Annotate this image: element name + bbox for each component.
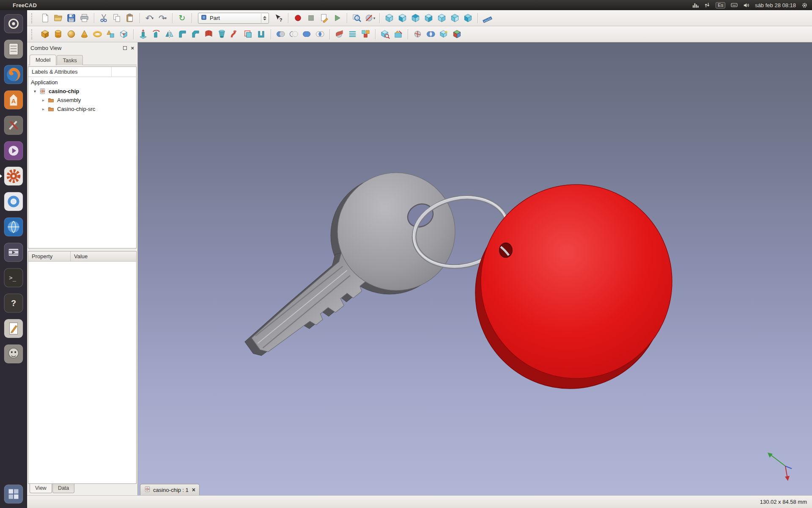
part-color-per-face-button[interactable]	[451, 28, 463, 40]
view-top-button[interactable]	[409, 12, 422, 24]
part-sphere-button[interactable]	[65, 28, 77, 40]
macro-execute-button[interactable]	[331, 12, 343, 24]
paste-button[interactable]	[124, 12, 136, 24]
panel-float-button[interactable]	[123, 46, 127, 50]
toolbar-drag-handle[interactable]	[31, 29, 34, 39]
part-primitives-button[interactable]	[104, 28, 117, 40]
property-column-header[interactable]: Property	[28, 251, 71, 261]
copy-button[interactable]	[111, 12, 123, 24]
part-fillet-button[interactable]	[176, 28, 189, 40]
whats-this-button[interactable]: ?	[272, 12, 285, 24]
macro-stop-button[interactable]	[305, 12, 317, 24]
tab-view[interactable]: View	[30, 484, 52, 493]
part-common-button[interactable]	[314, 28, 326, 40]
dropdown-arrow-icon[interactable]: ▾	[152, 16, 154, 20]
part-union-button[interactable]	[301, 28, 313, 40]
part-cross-sections-button[interactable]	[346, 28, 359, 40]
part-loft-button[interactable]	[216, 28, 228, 40]
expander-closed-icon[interactable]: ▸	[42, 98, 48, 102]
viewport-canvas[interactable]	[138, 42, 812, 495]
launcher-item-chromium[interactable]	[2, 190, 25, 213]
view-rear-button[interactable]	[436, 12, 448, 24]
part-thickness-button[interactable]	[255, 28, 267, 40]
indicator-session-menu[interactable]	[801, 2, 808, 8]
3d-viewport[interactable]: casino-chip : 1 ×	[138, 42, 812, 495]
document-tab-close-icon[interactable]: ×	[192, 486, 195, 493]
view-fit-all-button[interactable]	[351, 12, 363, 24]
view-left-button[interactable]	[462, 12, 474, 24]
launcher-item-firefox[interactable]	[2, 63, 25, 86]
indicator-system-monitor[interactable]	[692, 2, 699, 8]
part-chamfer-button[interactable]	[189, 28, 202, 40]
indicator-network-sync[interactable]	[704, 2, 710, 8]
dropdown-arrow-icon[interactable]: ▾	[373, 16, 376, 20]
refresh-button[interactable]: ↻	[176, 12, 188, 24]
part-slice-button[interactable]	[411, 28, 424, 40]
part-mirror-button[interactable]	[163, 28, 176, 40]
part-check-geometry-button[interactable]	[379, 28, 391, 40]
document-tab[interactable]: casino-chip : 1 ×	[140, 484, 200, 495]
launcher-item-system-tools[interactable]	[2, 114, 25, 137]
part-defeaturing-button[interactable]	[392, 28, 404, 40]
panel-close-button[interactable]: ×	[131, 45, 134, 51]
combo-spin-arrows-icon[interactable]	[261, 14, 268, 23]
launcher-item-help[interactable]: ?	[2, 292, 25, 315]
launcher-item-dash-home[interactable]	[2, 12, 25, 35]
part-extrude-button[interactable]	[137, 28, 149, 40]
indicator-keyboard-layout[interactable]: Es	[716, 2, 725, 8]
part-cone-button[interactable]	[78, 28, 91, 40]
part-shape-builder-button[interactable]	[118, 28, 130, 40]
launcher-item-media-player[interactable]	[2, 139, 25, 162]
launcher-item-text-editor[interactable]	[2, 317, 25, 340]
part-ruled-surface-button[interactable]	[203, 28, 215, 40]
redo-button[interactable]: ↷▾	[156, 12, 169, 24]
view-axonometric-button[interactable]	[383, 12, 395, 24]
tree-item-casino-chip-src[interactable]: ▸ Casino-chip-src	[28, 105, 136, 113]
part-torus-button[interactable]	[91, 28, 104, 40]
open-document-button[interactable]	[52, 12, 64, 24]
new-document-button[interactable]	[39, 12, 51, 24]
part-cylinder-button[interactable]	[52, 28, 64, 40]
cut-button[interactable]	[98, 12, 110, 24]
tab-model[interactable]: Model	[30, 55, 56, 65]
tab-data[interactable]: Data	[52, 484, 74, 493]
expander-open-icon[interactable]: ▾	[34, 89, 39, 94]
draw-style-button[interactable]: ▾	[364, 12, 376, 24]
part-compound-button[interactable]	[359, 28, 372, 40]
part-offset-button[interactable]	[242, 28, 254, 40]
view-front-button[interactable]	[396, 12, 409, 24]
launcher-item-video-app[interactable]	[2, 241, 25, 264]
launcher-item-terminal[interactable]: >_	[2, 266, 25, 289]
expander-closed-icon[interactable]: ▸	[42, 107, 48, 111]
launcher-item-workspace-switcher[interactable]	[2, 483, 25, 505]
launcher-item-freecad[interactable]	[2, 165, 25, 188]
indicator-clock[interactable]: sáb feb 28 08:18	[755, 3, 796, 8]
view-right-button[interactable]	[422, 12, 435, 24]
part-revolve-button[interactable]	[150, 28, 162, 40]
part-section-button[interactable]	[333, 28, 346, 40]
part-box-button[interactable]	[39, 28, 51, 40]
launcher-item-web-browser[interactable]	[2, 215, 25, 238]
indicator-input-method[interactable]	[731, 2, 738, 8]
save-document-button[interactable]	[65, 12, 77, 24]
indicator-volume[interactable]	[743, 2, 749, 8]
dropdown-arrow-icon[interactable]: ▾	[165, 16, 167, 20]
part-boolean-xor-button[interactable]	[425, 28, 437, 40]
launcher-item-software-center[interactable]: A	[2, 88, 25, 111]
value-column-header[interactable]: Value	[71, 251, 136, 261]
part-cut-button[interactable]	[288, 28, 300, 40]
toolbar-drag-handle[interactable]	[31, 13, 34, 23]
tree-item-assembly[interactable]: ▸ Assembly	[28, 96, 136, 105]
view-bottom-button[interactable]	[449, 12, 461, 24]
part-refine-shape-button[interactable]	[438, 28, 450, 40]
part-sweep-button[interactable]	[229, 28, 241, 40]
tree-item-application[interactable]: Application	[28, 78, 136, 87]
part-boolean-button[interactable]	[274, 28, 287, 40]
macro-record-button[interactable]	[292, 12, 304, 24]
workbench-selector[interactable]: Part	[198, 13, 269, 24]
tree-item-document[interactable]: ▾ casino-chip	[28, 87, 136, 96]
key-model[interactable]	[244, 173, 455, 364]
launcher-item-gimp[interactable]	[2, 342, 25, 365]
measure-distance-button[interactable]	[481, 12, 494, 24]
tab-tasks[interactable]: Tasks	[57, 55, 82, 65]
